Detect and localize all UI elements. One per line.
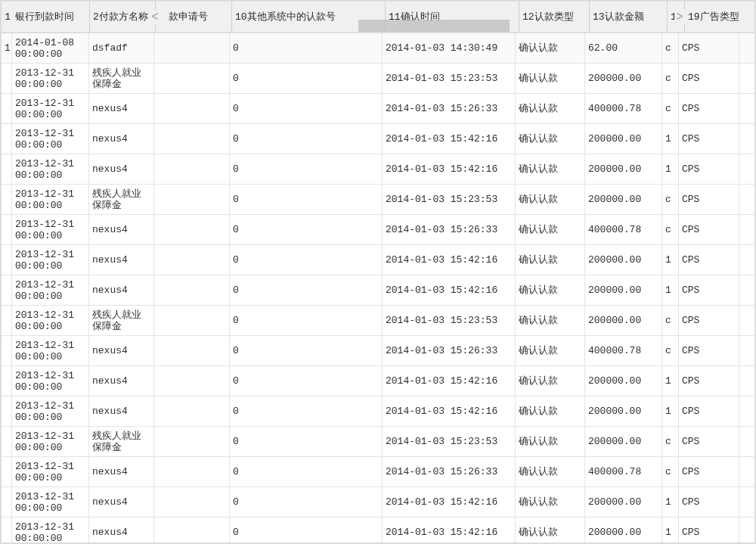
cell-payer[interactable]: nexus4	[89, 487, 154, 517]
cell-apply-no[interactable]	[154, 457, 230, 486]
cell-amount[interactable]: 400000.78	[585, 336, 662, 365]
cell-index[interactable]: 1	[2, 33, 12, 63]
cell-index[interactable]	[2, 518, 12, 542]
cell-ad-type[interactable]: CPS	[679, 154, 739, 184]
cell-apply-no[interactable]	[154, 94, 230, 123]
cell-bank-time[interactable]: 2013-12-31 00:00:00	[12, 518, 89, 542]
cell-type[interactable]: 确认认款	[516, 154, 585, 184]
cell-payer[interactable]: 残疾人就业 保障金	[89, 64, 154, 93]
cell-amount[interactable]: 200000.00	[585, 427, 662, 456]
col-bank-time[interactable]: 银行到款时间	[12, 2, 89, 32]
cell-type[interactable]: 确认认款	[516, 427, 585, 456]
cell-type[interactable]: 确认认款	[516, 487, 585, 517]
cell-other-sys[interactable]: 0	[230, 245, 383, 275]
table-row[interactable]: 2013-12-31 00:00:00nexus402014-01-03 15:…	[2, 396, 754, 427]
cell-apply-no[interactable]	[154, 154, 230, 184]
cell-type[interactable]: 确认认款	[516, 124, 585, 154]
cell-other-sys[interactable]: 0	[230, 154, 383, 184]
cell-apply-no[interactable]	[154, 64, 230, 93]
cell-payer[interactable]: nexus4	[89, 275, 154, 305]
cell-index[interactable]	[2, 336, 12, 365]
cell-confirm-time[interactable]: 2014-01-03 15:26:33	[383, 457, 516, 486]
cell-other-sys[interactable]: 0	[230, 306, 383, 335]
col-other-sys[interactable]: 10其他系统中的认款号	[232, 2, 385, 32]
table-row[interactable]: 2013-12-31 00:00:00nexus402014-01-03 15:…	[2, 215, 754, 245]
table-row[interactable]: 2013-12-31 00:00:00nexus402014-01-03 15:…	[2, 245, 754, 275]
cell-index[interactable]	[2, 64, 12, 93]
cell-index[interactable]	[2, 427, 12, 456]
cell-amount[interactable]: 200000.00	[585, 396, 662, 426]
cell-type[interactable]: 确认认款	[516, 275, 585, 305]
cell-cut[interactable]: c	[662, 94, 679, 123]
cell-ad-type[interactable]: CPS	[679, 457, 739, 486]
cell-amount[interactable]: 200000.00	[585, 275, 662, 305]
cell-apply-no[interactable]	[154, 396, 230, 426]
cell-apply-no[interactable]	[154, 275, 230, 305]
cell-cut[interactable]: c	[662, 336, 679, 365]
cell-index[interactable]	[2, 366, 12, 396]
cell-payer[interactable]: 残疾人就业 保障金	[89, 427, 154, 456]
cell-type[interactable]: 确认认款	[516, 245, 585, 275]
cell-bank-time[interactable]: 2013-12-31 00:00:00	[12, 306, 89, 335]
cell-other-sys[interactable]: 0	[230, 275, 383, 305]
cell-other-sys[interactable]: 0	[230, 94, 383, 123]
cell-ad-type[interactable]: CPS	[679, 64, 739, 93]
cell-cut[interactable]: c	[662, 457, 679, 486]
cell-payer[interactable]: nexus4	[89, 457, 154, 486]
cell-payer[interactable]: nexus4	[89, 336, 154, 365]
cell-payer[interactable]: dsfadf	[89, 33, 154, 63]
cell-apply-no[interactable]	[154, 366, 230, 396]
cell-other-sys[interactable]: 0	[230, 336, 383, 365]
cell-index[interactable]	[2, 457, 12, 486]
cell-cut[interactable]: c	[662, 306, 679, 335]
cell-payer[interactable]: nexus4	[89, 215, 154, 244]
cell-confirm-time[interactable]: 2014-01-03 15:42:16	[383, 366, 516, 396]
cell-index[interactable]	[2, 306, 12, 335]
cell-ad-type[interactable]: CPS	[679, 124, 739, 154]
cell-cut[interactable]: c	[662, 64, 679, 93]
cell-type[interactable]: 确认认款	[516, 94, 585, 123]
cell-other-sys[interactable]: 0	[230, 427, 383, 456]
cell-bank-time[interactable]: 2013-12-31 00:00:00	[12, 487, 89, 517]
cell-amount[interactable]: 200000.00	[585, 124, 662, 154]
cell-apply-no[interactable]	[154, 336, 230, 365]
col-ad-type[interactable]: 19广告类型	[685, 2, 745, 32]
cell-apply-no[interactable]	[154, 487, 230, 517]
cell-payer[interactable]: nexus4	[89, 154, 154, 184]
cell-cut[interactable]: c	[662, 427, 679, 456]
grid-body[interactable]: 12014-01-08 00:00:00dsfadf02014-01-03 14…	[2, 33, 754, 542]
cell-bank-time[interactable]: 2013-12-31 00:00:00	[12, 396, 89, 426]
cell-other-sys[interactable]: 0	[230, 64, 383, 93]
cell-cut[interactable]: 1	[662, 124, 679, 154]
cell-type[interactable]: 确认认款	[516, 366, 585, 396]
cell-bank-time[interactable]: 2013-12-31 00:00:00	[12, 185, 89, 214]
cell-ad-type[interactable]: CPS	[679, 518, 739, 542]
table-row[interactable]: 2013-12-31 00:00:00残疾人就业 保障金02014-01-03 …	[2, 64, 754, 94]
scroll-right-button[interactable]: >	[674, 11, 685, 24]
cell-amount[interactable]: 200000.00	[585, 154, 662, 184]
cell-other-sys[interactable]: 0	[230, 185, 383, 214]
cell-other-sys[interactable]: 0	[230, 518, 383, 542]
cell-type[interactable]: 确认认款	[516, 33, 585, 63]
cell-payer[interactable]: nexus4	[89, 94, 154, 123]
cell-confirm-time[interactable]: 2014-01-03 15:42:16	[383, 124, 516, 154]
table-row[interactable]: 2013-12-31 00:00:00nexus402014-01-03 15:…	[2, 457, 754, 487]
cell-ad-type[interactable]: CPS	[679, 336, 739, 365]
table-row[interactable]: 2013-12-31 00:00:00nexus402014-01-03 15:…	[2, 487, 754, 518]
cell-amount[interactable]: 200000.00	[585, 185, 662, 214]
cell-bank-time[interactable]: 2013-12-31 00:00:00	[12, 336, 89, 365]
cell-bank-time[interactable]: 2013-12-31 00:00:00	[12, 94, 89, 123]
cell-other-sys[interactable]: 0	[230, 396, 383, 426]
cell-amount[interactable]: 400000.78	[585, 457, 662, 486]
cell-index[interactable]	[2, 94, 12, 123]
cell-apply-no[interactable]	[154, 215, 230, 244]
cell-confirm-time[interactable]: 2014-01-03 15:42:16	[383, 245, 516, 275]
cell-ad-type[interactable]: CPS	[679, 306, 739, 335]
cell-ad-type[interactable]: CPS	[679, 33, 739, 63]
cell-apply-no[interactable]	[154, 245, 230, 275]
table-row[interactable]: 2013-12-31 00:00:00nexus402014-01-03 15:…	[2, 275, 754, 306]
cell-confirm-time[interactable]: 2014-01-03 15:26:33	[383, 215, 516, 244]
cell-bank-time[interactable]: 2013-12-31 00:00:00	[12, 64, 89, 93]
cell-bank-time[interactable]: 2013-12-31 00:00:00	[12, 154, 89, 184]
cell-payer[interactable]: nexus4	[89, 124, 154, 154]
